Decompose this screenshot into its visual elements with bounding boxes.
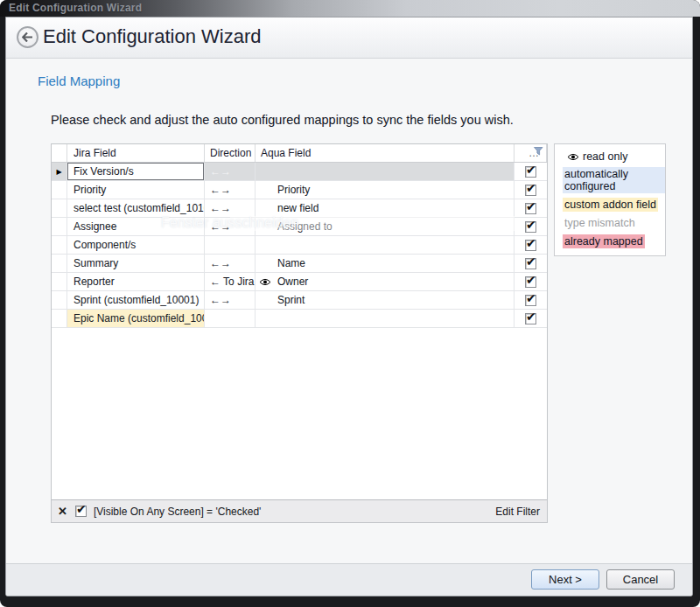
row-checkbox[interactable]: ✔ <box>525 276 536 288</box>
legend-item: read only <box>563 150 665 163</box>
row-checkbox[interactable]: ✔ <box>525 185 536 196</box>
filter-close-icon[interactable]: ✕ <box>58 505 67 518</box>
aqua-field-cell[interactable] <box>256 236 514 254</box>
row-indicator-cell: ▶ <box>52 163 67 180</box>
filter-funnel-icon[interactable] <box>534 147 543 156</box>
aqua-field-cell[interactable]: Sprint <box>256 291 514 309</box>
row-checkbox[interactable]: ✔ <box>525 203 536 214</box>
jira-field-cell[interactable]: Assignee <box>67 218 205 235</box>
visible-checkbox-cell: ✔ <box>514 255 547 272</box>
direction-cell[interactable] <box>205 310 256 327</box>
checkbox-tick: ✔ <box>526 291 536 305</box>
aqua-field-value: Priority <box>261 184 310 196</box>
aqua-field-cell[interactable] <box>256 163 514 180</box>
aqua-field-cell[interactable]: Name <box>256 255 514 272</box>
aqua-field-cell[interactable]: Owner <box>256 273 514 290</box>
row-indicator-cell <box>52 218 67 235</box>
row-indicator-cell <box>52 291 67 309</box>
direction-cell[interactable] <box>205 236 256 254</box>
direction-cell[interactable]: ←→ <box>205 255 256 272</box>
grid-header-aqua-field[interactable]: Aqua Field <box>256 144 514 162</box>
legend-item: custom addon field <box>563 198 665 212</box>
visible-checkbox-cell: ✔ <box>514 199 547 217</box>
row-indicator-cell <box>52 181 67 199</box>
aqua-field-value: new field <box>261 202 318 214</box>
filter-condition-text: [Visible On Any Screen] = 'Checked' <box>94 506 261 518</box>
row-checkbox[interactable]: ✔ <box>525 166 536 178</box>
visible-checkbox-cell: ✔ <box>514 273 547 290</box>
aqua-field-value: Name <box>261 257 305 269</box>
next-button[interactable]: Next > <box>531 569 599 590</box>
row-checkbox[interactable]: ✔ <box>525 240 536 251</box>
grid-header-jira-field[interactable]: Jira Field <box>67 144 205 162</box>
grid-row[interactable]: Sprint (customfield_10001)←→Sprint✔ <box>52 291 547 310</box>
filter-checkbox-tick: ✔ <box>76 502 87 516</box>
instruction-text: Please check and adjust the auto configu… <box>51 113 514 127</box>
row-checkbox[interactable]: ✔ <box>525 295 536 306</box>
direction-cell[interactable]: ←→ <box>205 163 256 180</box>
direction-cell[interactable]: ← To Jira <box>205 273 256 290</box>
grid-row[interactable]: Reporter← To JiraOwner✔ <box>52 273 547 291</box>
row-checkbox[interactable]: ✔ <box>525 221 536 233</box>
direction-cell[interactable]: ←→ <box>205 291 256 309</box>
aqua-field-value: Sprint <box>261 294 304 306</box>
grid-row[interactable]: Component/s✔ <box>52 236 547 255</box>
back-button[interactable] <box>17 26 38 48</box>
field-mapping-grid: Jira Field Direction Aqua Field … ▶Fix V… <box>51 143 548 523</box>
aqua-field-cell[interactable]: Priority <box>256 181 514 199</box>
jira-field-cell[interactable]: Reporter <box>67 273 205 290</box>
edit-configuration-wizard-window: Edit Configuration Wizard Edit Configura… <box>0 0 700 607</box>
edit-filter-link[interactable]: Edit Filter <box>495 506 540 518</box>
page-title: Edit Configuration Wizard <box>43 25 261 48</box>
cancel-button[interactable]: Cancel <box>606 569 675 590</box>
visible-checkbox-cell: ✔ <box>514 181 547 199</box>
window-titlebar[interactable]: Edit Configuration Wizard <box>0 0 700 17</box>
grid-row[interactable]: Priority←→Priority✔ <box>52 181 547 199</box>
aqua-field-cell[interactable] <box>256 310 514 327</box>
grid-row[interactable]: select test (customfield_10100)←→new fie… <box>52 199 547 218</box>
row-indicator-cell <box>52 273 67 290</box>
jira-field-cell[interactable]: Sprint (customfield_10001) <box>67 291 205 309</box>
row-indicator-cell <box>52 236 67 254</box>
jira-field-cell[interactable]: Fix Version/s <box>67 163 205 180</box>
grid-header-direction[interactable]: Direction <box>205 144 256 162</box>
filter-enabled-checkbox[interactable]: ✔ <box>75 506 87 517</box>
visible-checkbox-cell: ✔ <box>514 310 547 327</box>
row-checkbox[interactable]: ✔ <box>525 313 536 324</box>
legend-item: already mapped <box>563 234 665 248</box>
jira-field-cell[interactable]: Component/s <box>67 236 205 254</box>
row-indicator-cell <box>52 310 67 327</box>
mapping-table-body: ▶Fix Version/s←→✔Priority←→Priority✔sele… <box>52 163 547 328</box>
row-indicator-cell <box>52 199 67 217</box>
checkbox-tick: ✔ <box>526 199 536 213</box>
direction-cell[interactable]: ←→ <box>205 181 256 199</box>
direction-cell[interactable]: ←→ <box>205 218 256 235</box>
wizard-header: Edit Configuration Wizard <box>6 17 692 59</box>
aqua-field-cell[interactable]: new field <box>256 199 514 217</box>
legend-panel: read onlyautomatically configuredcustom … <box>554 143 666 256</box>
grid-header-indicator <box>52 144 67 162</box>
visible-checkbox-cell: ✔ <box>514 218 547 235</box>
visible-checkbox-cell: ✔ <box>514 163 547 180</box>
checkbox-tick: ✔ <box>526 273 536 287</box>
grid-row[interactable]: Epic Name (customfield_10004)✔ <box>52 310 547 328</box>
jira-field-cell[interactable]: Priority <box>67 181 205 199</box>
grid-filter-bar: ✕ ✔ [Visible On Any Screen] = 'Checked' … <box>52 499 547 522</box>
checkbox-tick: ✔ <box>526 236 536 250</box>
grid-row[interactable]: ▶Fix Version/s←→✔ <box>52 163 547 181</box>
checkbox-tick: ✔ <box>526 163 536 177</box>
jira-field-cell[interactable]: Epic Name (customfield_10004) <box>67 310 205 327</box>
legend-item: automatically configured <box>563 167 665 193</box>
grid-row[interactable]: Assignee←→Assigned to✔ <box>52 218 547 236</box>
direction-cell[interactable]: ←→ <box>205 199 256 217</box>
legend-item: type mismatch <box>563 216 665 230</box>
jira-field-cell[interactable]: select test (customfield_10100) <box>67 199 205 217</box>
jira-field-cell[interactable]: Summary <box>67 255 205 272</box>
row-checkbox[interactable]: ✔ <box>525 258 536 269</box>
grid-header-more[interactable]: … <box>514 144 547 162</box>
row-indicator-cell <box>52 255 67 272</box>
grid-row[interactable]: Summary←→Name✔ <box>52 255 547 273</box>
aqua-field-cell[interactable]: Assigned to <box>256 218 514 235</box>
section-title: Field Mapping <box>38 73 120 88</box>
visible-checkbox-cell: ✔ <box>514 291 547 309</box>
